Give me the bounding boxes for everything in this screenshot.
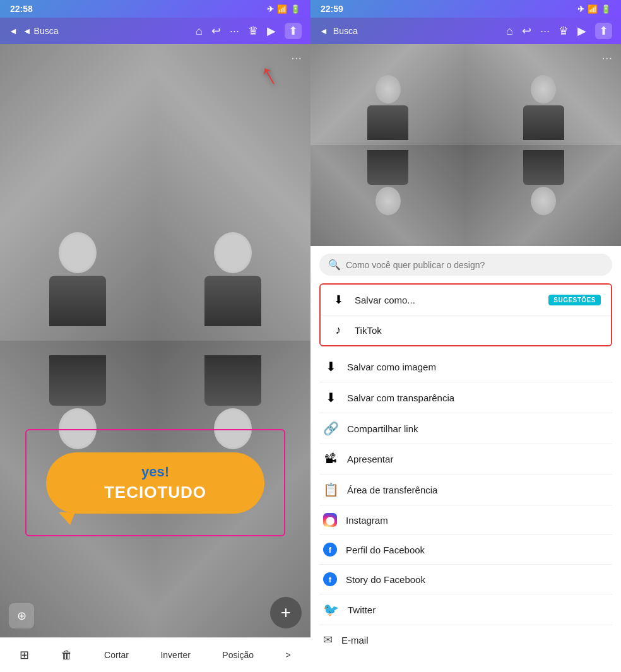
right-cell-tr: [466, 44, 621, 145]
left-busca-label[interactable]: ◄ Busca: [23, 26, 59, 36]
sticker-overlay[interactable]: yes! TECIOTUDO: [25, 429, 285, 536]
email-item[interactable]: ✉ E-mail: [319, 625, 612, 654]
tiktok-label: TikTok: [355, 325, 601, 336]
photo-cell-tl: [0, 44, 155, 341]
publish-search-bar[interactable]: 🔍: [319, 254, 612, 276]
facebook-profile-label: Perfil do Facebook: [346, 545, 608, 555]
right-person-tl: [326, 49, 451, 140]
facebook-story-item[interactable]: f Story do Facebook: [319, 565, 612, 594]
right-face-tr: [531, 75, 556, 103]
facebook-story-icon: f: [323, 572, 337, 586]
clipboard-label: Área de transferência: [347, 485, 608, 495]
publish-menu: 🔍 ⬇ Salvar como... SUGESTÕES ♪ TikTok ⬇ …: [310, 246, 621, 672]
twitter-item[interactable]: 🐦 Twitter: [319, 594, 612, 625]
present-icon: 📽: [323, 452, 338, 466]
right-back-nav[interactable]: ◄ Busca: [319, 26, 358, 36]
facebook-story-label: Story do Facebook: [346, 574, 608, 585]
undo-icon[interactable]: ↩: [211, 24, 221, 38]
search-icon: 🔍: [328, 259, 341, 271]
clipboard-item[interactable]: 📋 Área de transferência: [319, 475, 612, 505]
more-icon[interactable]: ···: [230, 25, 239, 38]
battery-icon: 🔋: [290, 4, 300, 14]
position-button[interactable]: Posição: [217, 647, 259, 663]
menu-items-list: ⬇ Salvar como imagem ⬇ Salvar com transp…: [319, 351, 612, 654]
body-tr: [204, 276, 261, 326]
facebook-profile-item[interactable]: f Perfil do Facebook: [319, 535, 612, 565]
right-status-icons: ✈ 📶 🔋: [577, 4, 611, 14]
body-bl: [49, 356, 106, 406]
instagram-item[interactable]: ⬤ Instagram: [319, 505, 612, 535]
crown-icon[interactable]: ♛: [248, 24, 258, 38]
bubble-top: yes!: [65, 464, 246, 480]
right-cell-br: [466, 145, 621, 246]
save-as-label: Salvar como...: [355, 295, 540, 305]
right-body-tr: [523, 105, 564, 140]
airplane-icon: ✈: [267, 4, 274, 14]
twitter-icon: 🐦: [323, 602, 339, 617]
plus-icon: +: [281, 603, 291, 623]
home-icon[interactable]: ⌂: [196, 25, 203, 38]
present-label: Apresentar: [347, 454, 608, 464]
right-photo-grid: [310, 44, 621, 246]
download-icon: ⬇: [331, 293, 346, 307]
save-image-item[interactable]: ⬇ Salvar como imagem: [319, 351, 612, 382]
body-tl: [49, 276, 106, 326]
right-face-tl: [376, 75, 401, 103]
more-label: >: [286, 650, 291, 660]
left-back-arrow[interactable]: ◄: [9, 26, 18, 36]
right-more-dots[interactable]: ···: [601, 50, 612, 65]
right-nav-icons: ⌂ ↩ ··· ♛ ▶ ⬆: [506, 23, 612, 39]
right-crown-icon[interactable]: ♛: [559, 24, 569, 38]
crop-label: Cortar: [104, 650, 129, 660]
right-time: 22:59: [321, 4, 343, 14]
right-more-icon[interactable]: ···: [540, 25, 550, 38]
right-body-br: [523, 150, 564, 185]
add-button[interactable]: +: [270, 597, 302, 628]
share-link-label: Compartilhar link: [347, 423, 608, 434]
wifi-icon: 📶: [277, 4, 287, 14]
zoom-in-button[interactable]: ⊕: [9, 603, 34, 628]
share-link-item[interactable]: 🔗 Compartilhar link: [319, 413, 612, 444]
invert-button[interactable]: Inverter: [155, 647, 195, 663]
right-canvas-area: ···: [310, 44, 621, 246]
left-canvas: yes! TECIOTUDO ··· ↑ ⊕ +: [0, 44, 310, 637]
share-icon[interactable]: ⬆: [285, 23, 302, 39]
invert-label: Inverter: [160, 650, 190, 660]
delete-button[interactable]: 🗑: [56, 646, 78, 664]
highlighted-menu-section: ⬇ Salvar como... SUGESTÕES ♪ TikTok: [319, 283, 612, 346]
more-button[interactable]: >: [281, 647, 296, 663]
face-tl: [59, 232, 97, 273]
clipboard-icon: 📋: [323, 482, 338, 497]
save-as-menu-item[interactable]: ⬇ Salvar como... SUGESTÕES: [321, 285, 611, 315]
canvas-more-dots[interactable]: ···: [291, 50, 302, 65]
save-transparent-item[interactable]: ⬇ Salvar com transparência: [319, 382, 612, 413]
right-share-icon[interactable]: ⬆: [595, 23, 612, 39]
left-panel: 22:58 ✈ 📶 🔋 ◄ ◄ Busca ⌂ ↩ ··· ♛ ▶ ⬆: [0, 0, 310, 672]
left-status-icons: ✈ 📶 🔋: [267, 4, 300, 14]
right-busca-label[interactable]: Busca: [333, 26, 358, 36]
right-body-tl: [367, 105, 408, 140]
email-icon: ✉: [323, 633, 333, 647]
publish-search-input[interactable]: [346, 260, 603, 270]
present-item[interactable]: 📽 Apresentar: [319, 444, 612, 475]
left-top-nav: ◄ ◄ Busca ⌂ ↩ ··· ♛ ▶ ⬆: [0, 18, 310, 44]
instagram-label: Instagram: [346, 515, 608, 526]
copy-button[interactable]: ⊞: [15, 645, 34, 664]
crop-button[interactable]: Cortar: [99, 647, 134, 663]
right-status-bar: 22:59 ✈ 📶 🔋: [310, 0, 621, 18]
save-image-label: Salvar como imagem: [347, 362, 608, 372]
right-play-icon[interactable]: ▶: [577, 24, 586, 38]
right-cell-tl: [310, 44, 466, 145]
bubble-tail: [59, 512, 75, 525]
right-face-bl: [376, 187, 401, 215]
save-image-icon: ⬇: [323, 359, 338, 374]
instagram-icon: ⬤: [323, 513, 337, 527]
right-battery-icon: 🔋: [601, 4, 611, 14]
right-back-arrow[interactable]: ◄: [319, 26, 328, 36]
left-back-nav[interactable]: ◄ ◄ Busca: [9, 26, 59, 36]
play-icon[interactable]: ▶: [267, 24, 276, 38]
photo-cell-tr: [155, 44, 310, 341]
right-undo-icon[interactable]: ↩: [522, 24, 531, 38]
tiktok-menu-item[interactable]: ♪ TikTok: [321, 315, 611, 345]
right-home-icon[interactable]: ⌂: [506, 25, 513, 38]
